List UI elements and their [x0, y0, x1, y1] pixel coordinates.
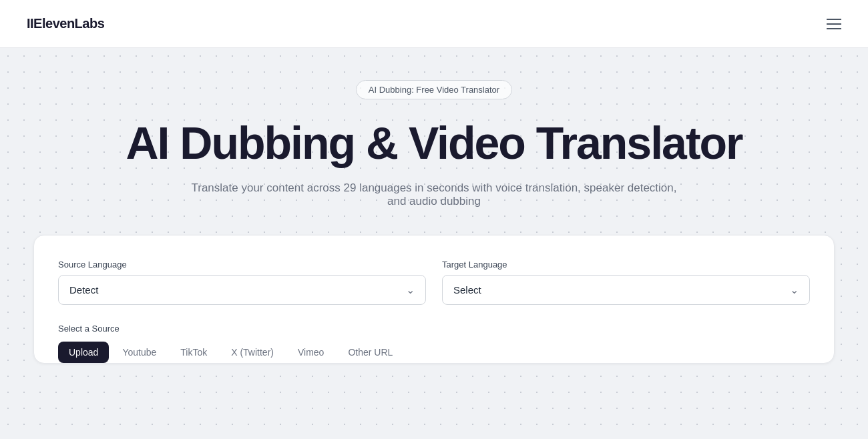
hamburger-menu-button[interactable]	[827, 19, 841, 29]
subtitle: Translate your content across 29 languag…	[180, 181, 688, 208]
target-language-group: Target Language Select ⌄	[442, 260, 810, 305]
header: IIElevenLabs	[0, 0, 868, 48]
source-language-value: Detect	[69, 284, 98, 296]
tab-twitter[interactable]: X (Twitter)	[220, 342, 284, 363]
tab-vimeo[interactable]: Vimeo	[287, 342, 335, 363]
hamburger-line-2	[827, 23, 841, 25]
main-content: AI Dubbing: Free Video Translator AI Dub…	[0, 48, 868, 364]
form-card: Source Language Detect ⌄ Target Language…	[33, 235, 835, 364]
tab-tiktok[interactable]: TikTok	[170, 342, 218, 363]
language-row: Source Language Detect ⌄ Target Language…	[58, 260, 810, 305]
source-tabs: UploadYoutubeTikTokX (Twitter)VimeoOther…	[58, 342, 810, 363]
main-heading: AI Dubbing & Video Translator	[126, 118, 742, 168]
tab-upload[interactable]: Upload	[58, 342, 109, 363]
select-source-label: Select a Source	[58, 324, 810, 334]
target-language-chevron-icon: ⌄	[790, 284, 799, 296]
logo-text: IIElevenLabs	[27, 16, 104, 31]
source-language-select[interactable]: Detect ⌄	[58, 275, 426, 305]
source-language-label: Source Language	[58, 260, 426, 270]
source-language-chevron-icon: ⌄	[406, 284, 415, 296]
target-language-select[interactable]: Select ⌄	[442, 275, 810, 305]
hamburger-line-3	[827, 28, 841, 29]
target-language-value: Select	[453, 284, 481, 296]
hamburger-line-1	[827, 19, 841, 20]
badge-text: AI Dubbing: Free Video Translator	[369, 85, 499, 95]
target-language-label: Target Language	[442, 260, 810, 270]
badge: AI Dubbing: Free Video Translator	[356, 80, 512, 99]
logo[interactable]: IIElevenLabs	[27, 16, 104, 31]
source-language-group: Source Language Detect ⌄	[58, 260, 426, 305]
tab-other-url[interactable]: Other URL	[337, 342, 403, 363]
tab-youtube[interactable]: Youtube	[112, 342, 167, 363]
